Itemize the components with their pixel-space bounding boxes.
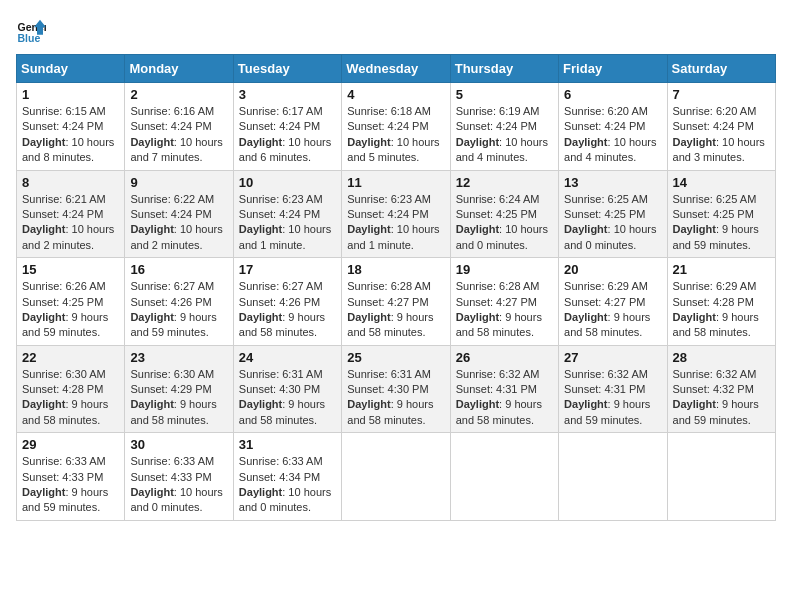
calendar-cell: 7Sunrise: 6:20 AMSunset: 4:24 PMDaylight… [667, 83, 775, 171]
calendar-cell: 13Sunrise: 6:25 AMSunset: 4:25 PMDayligh… [559, 170, 667, 258]
day-number: 10 [239, 175, 336, 190]
calendar-cell: 24Sunrise: 6:31 AMSunset: 4:30 PMDayligh… [233, 345, 341, 433]
day-info: Sunrise: 6:25 AMSunset: 4:25 PMDaylight:… [564, 192, 661, 254]
day-info: Sunrise: 6:33 AMSunset: 4:34 PMDaylight:… [239, 454, 336, 516]
day-info: Sunrise: 6:20 AMSunset: 4:24 PMDaylight:… [673, 104, 770, 166]
day-info: Sunrise: 6:24 AMSunset: 4:25 PMDaylight:… [456, 192, 553, 254]
day-info: Sunrise: 6:30 AMSunset: 4:28 PMDaylight:… [22, 367, 119, 429]
header-friday: Friday [559, 55, 667, 83]
calendar-cell [667, 433, 775, 521]
calendar-cell: 22Sunrise: 6:30 AMSunset: 4:28 PMDayligh… [17, 345, 125, 433]
day-info: Sunrise: 6:31 AMSunset: 4:30 PMDaylight:… [347, 367, 444, 429]
day-info: Sunrise: 6:32 AMSunset: 4:31 PMDaylight:… [456, 367, 553, 429]
calendar-cell: 31Sunrise: 6:33 AMSunset: 4:34 PMDayligh… [233, 433, 341, 521]
day-number: 21 [673, 262, 770, 277]
header-saturday: Saturday [667, 55, 775, 83]
day-number: 1 [22, 87, 119, 102]
day-info: Sunrise: 6:27 AMSunset: 4:26 PMDaylight:… [239, 279, 336, 341]
day-number: 24 [239, 350, 336, 365]
logo: General Blue [16, 16, 50, 46]
calendar-cell: 3Sunrise: 6:17 AMSunset: 4:24 PMDaylight… [233, 83, 341, 171]
day-number: 22 [22, 350, 119, 365]
day-info: Sunrise: 6:29 AMSunset: 4:27 PMDaylight:… [564, 279, 661, 341]
header-wednesday: Wednesday [342, 55, 450, 83]
svg-text:Blue: Blue [18, 32, 41, 44]
day-number: 25 [347, 350, 444, 365]
day-info: Sunrise: 6:28 AMSunset: 4:27 PMDaylight:… [456, 279, 553, 341]
day-info: Sunrise: 6:22 AMSunset: 4:24 PMDaylight:… [130, 192, 227, 254]
calendar-cell [342, 433, 450, 521]
day-info: Sunrise: 6:21 AMSunset: 4:24 PMDaylight:… [22, 192, 119, 254]
day-number: 12 [456, 175, 553, 190]
day-number: 18 [347, 262, 444, 277]
calendar-cell: 1Sunrise: 6:15 AMSunset: 4:24 PMDaylight… [17, 83, 125, 171]
calendar-cell: 14Sunrise: 6:25 AMSunset: 4:25 PMDayligh… [667, 170, 775, 258]
calendar-cell: 20Sunrise: 6:29 AMSunset: 4:27 PMDayligh… [559, 258, 667, 346]
day-info: Sunrise: 6:29 AMSunset: 4:28 PMDaylight:… [673, 279, 770, 341]
calendar-cell: 23Sunrise: 6:30 AMSunset: 4:29 PMDayligh… [125, 345, 233, 433]
calendar-cell: 9Sunrise: 6:22 AMSunset: 4:24 PMDaylight… [125, 170, 233, 258]
day-number: 26 [456, 350, 553, 365]
day-number: 2 [130, 87, 227, 102]
day-number: 15 [22, 262, 119, 277]
day-info: Sunrise: 6:23 AMSunset: 4:24 PMDaylight:… [347, 192, 444, 254]
day-info: Sunrise: 6:18 AMSunset: 4:24 PMDaylight:… [347, 104, 444, 166]
calendar-cell: 8Sunrise: 6:21 AMSunset: 4:24 PMDaylight… [17, 170, 125, 258]
calendar-cell: 6Sunrise: 6:20 AMSunset: 4:24 PMDaylight… [559, 83, 667, 171]
day-number: 9 [130, 175, 227, 190]
calendar-week-row: 29Sunrise: 6:33 AMSunset: 4:33 PMDayligh… [17, 433, 776, 521]
calendar-cell: 15Sunrise: 6:26 AMSunset: 4:25 PMDayligh… [17, 258, 125, 346]
day-number: 14 [673, 175, 770, 190]
day-info: Sunrise: 6:27 AMSunset: 4:26 PMDaylight:… [130, 279, 227, 341]
day-number: 8 [22, 175, 119, 190]
day-info: Sunrise: 6:16 AMSunset: 4:24 PMDaylight:… [130, 104, 227, 166]
day-number: 27 [564, 350, 661, 365]
calendar-cell: 12Sunrise: 6:24 AMSunset: 4:25 PMDayligh… [450, 170, 558, 258]
day-number: 30 [130, 437, 227, 452]
day-info: Sunrise: 6:20 AMSunset: 4:24 PMDaylight:… [564, 104, 661, 166]
day-number: 17 [239, 262, 336, 277]
day-number: 28 [673, 350, 770, 365]
header-thursday: Thursday [450, 55, 558, 83]
calendar-cell: 11Sunrise: 6:23 AMSunset: 4:24 PMDayligh… [342, 170, 450, 258]
day-number: 6 [564, 87, 661, 102]
header-tuesday: Tuesday [233, 55, 341, 83]
day-info: Sunrise: 6:19 AMSunset: 4:24 PMDaylight:… [456, 104, 553, 166]
calendar-cell: 16Sunrise: 6:27 AMSunset: 4:26 PMDayligh… [125, 258, 233, 346]
day-number: 20 [564, 262, 661, 277]
calendar-cell: 5Sunrise: 6:19 AMSunset: 4:24 PMDaylight… [450, 83, 558, 171]
day-info: Sunrise: 6:31 AMSunset: 4:30 PMDaylight:… [239, 367, 336, 429]
day-number: 29 [22, 437, 119, 452]
calendar-table: SundayMondayTuesdayWednesdayThursdayFrid… [16, 54, 776, 521]
day-number: 3 [239, 87, 336, 102]
day-info: Sunrise: 6:32 AMSunset: 4:32 PMDaylight:… [673, 367, 770, 429]
day-number: 11 [347, 175, 444, 190]
day-info: Sunrise: 6:26 AMSunset: 4:25 PMDaylight:… [22, 279, 119, 341]
calendar-cell: 4Sunrise: 6:18 AMSunset: 4:24 PMDaylight… [342, 83, 450, 171]
calendar-week-row: 8Sunrise: 6:21 AMSunset: 4:24 PMDaylight… [17, 170, 776, 258]
day-info: Sunrise: 6:23 AMSunset: 4:24 PMDaylight:… [239, 192, 336, 254]
day-info: Sunrise: 6:33 AMSunset: 4:33 PMDaylight:… [22, 454, 119, 516]
day-info: Sunrise: 6:33 AMSunset: 4:33 PMDaylight:… [130, 454, 227, 516]
page-header: General Blue [16, 16, 776, 46]
day-info: Sunrise: 6:28 AMSunset: 4:27 PMDaylight:… [347, 279, 444, 341]
header-sunday: Sunday [17, 55, 125, 83]
calendar-header-row: SundayMondayTuesdayWednesdayThursdayFrid… [17, 55, 776, 83]
calendar-cell: 26Sunrise: 6:32 AMSunset: 4:31 PMDayligh… [450, 345, 558, 433]
day-number: 31 [239, 437, 336, 452]
day-info: Sunrise: 6:17 AMSunset: 4:24 PMDaylight:… [239, 104, 336, 166]
calendar-cell: 25Sunrise: 6:31 AMSunset: 4:30 PMDayligh… [342, 345, 450, 433]
calendar-cell: 29Sunrise: 6:33 AMSunset: 4:33 PMDayligh… [17, 433, 125, 521]
calendar-week-row: 22Sunrise: 6:30 AMSunset: 4:28 PMDayligh… [17, 345, 776, 433]
calendar-cell [559, 433, 667, 521]
calendar-cell: 28Sunrise: 6:32 AMSunset: 4:32 PMDayligh… [667, 345, 775, 433]
day-info: Sunrise: 6:32 AMSunset: 4:31 PMDaylight:… [564, 367, 661, 429]
calendar-week-row: 1Sunrise: 6:15 AMSunset: 4:24 PMDaylight… [17, 83, 776, 171]
day-number: 13 [564, 175, 661, 190]
day-info: Sunrise: 6:15 AMSunset: 4:24 PMDaylight:… [22, 104, 119, 166]
day-number: 23 [130, 350, 227, 365]
day-number: 16 [130, 262, 227, 277]
logo-icon: General Blue [16, 16, 46, 46]
day-info: Sunrise: 6:30 AMSunset: 4:29 PMDaylight:… [130, 367, 227, 429]
calendar-cell: 2Sunrise: 6:16 AMSunset: 4:24 PMDaylight… [125, 83, 233, 171]
